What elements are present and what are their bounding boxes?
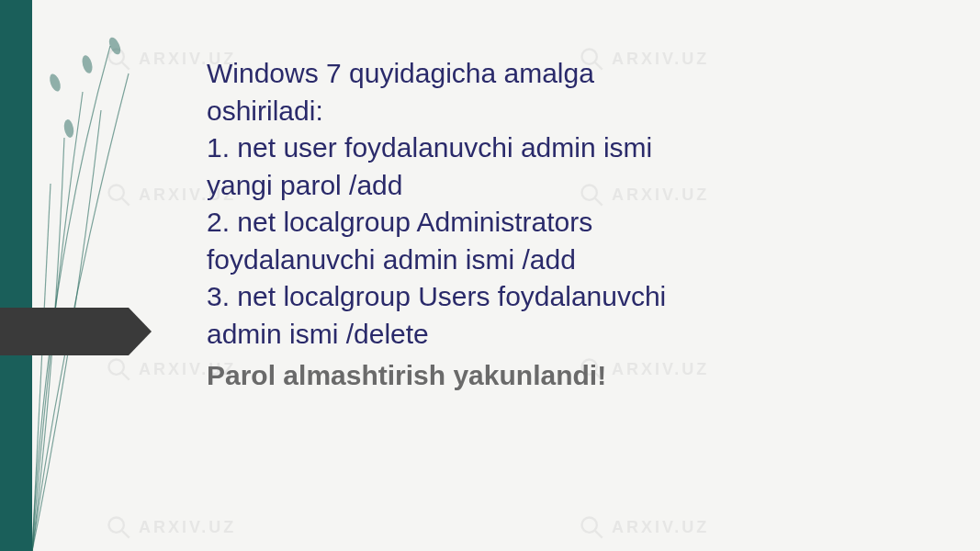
- svg-line-20: [595, 531, 603, 538]
- svg-line-10: [122, 198, 130, 206]
- svg-point-17: [109, 518, 124, 533]
- content-line-1: Windows 7 quyidagicha amalga: [207, 55, 905, 93]
- slide-content: Windows 7 quyidagicha amalga oshiriladi:…: [207, 55, 905, 395]
- content-line-7: 3. net localgroup Users foydalanuvchi: [207, 278, 905, 316]
- svg-point-1: [81, 54, 95, 74]
- arrow-pointer: [0, 308, 152, 355]
- svg-point-2: [107, 36, 123, 56]
- svg-point-9: [109, 186, 124, 200]
- left-accent-bar: [0, 0, 32, 551]
- content-line-4: yangi parol /add: [207, 167, 905, 205]
- svg-line-18: [122, 531, 130, 538]
- content-line-8: admin ismi /delete: [207, 316, 905, 354]
- content-line-5: 2. net localgroup Administrators: [207, 204, 905, 242]
- decorative-plant-lines: [0, 0, 230, 551]
- svg-line-14: [122, 373, 130, 380]
- svg-point-5: [109, 50, 124, 64]
- content-line-3: 1. net user foydalanuvchi admin ismi: [207, 129, 905, 167]
- svg-point-13: [109, 360, 124, 375]
- svg-point-0: [48, 73, 62, 93]
- content-line-2: oshiriladi:: [207, 93, 905, 130]
- svg-point-3: [62, 118, 74, 138]
- svg-point-19: [582, 518, 597, 533]
- svg-line-6: [122, 62, 130, 70]
- content-line-9-bold: Parol almashtirish yakunlandi!: [207, 357, 905, 395]
- content-line-6: foydalanuvchi admin ismi /add: [207, 242, 905, 279]
- svg-marker-4: [0, 308, 152, 355]
